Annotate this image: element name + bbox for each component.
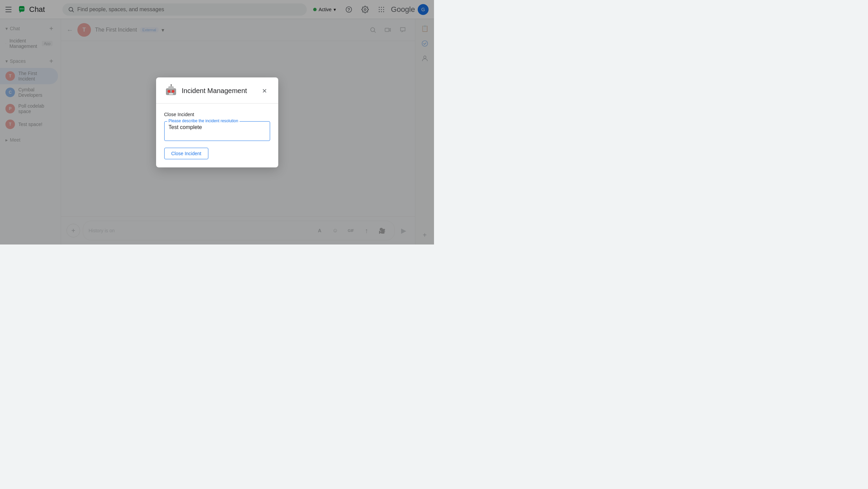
svg-point-31 bbox=[172, 90, 174, 93]
svg-rect-29 bbox=[168, 86, 174, 89]
svg-point-34 bbox=[170, 84, 172, 86]
close-incident-button[interactable]: Close Incident bbox=[164, 148, 209, 159]
modal-header: Incident Management ✕ bbox=[156, 77, 278, 104]
modal-overlay: Incident Management ✕ Close Incident Ple… bbox=[0, 0, 434, 244]
modal-title: Incident Management bbox=[182, 87, 255, 95]
resolution-input[interactable] bbox=[169, 124, 266, 137]
resolution-field-wrap: Please describe the incident resolution bbox=[164, 121, 270, 141]
resolution-field-label: Please describe the incident resolution bbox=[167, 119, 240, 123]
modal-robot-icon bbox=[164, 84, 178, 98]
svg-rect-32 bbox=[169, 93, 173, 94]
layout: ▾ Chat + Incident Management App ▾ Space… bbox=[0, 19, 434, 244]
modal-close-button[interactable]: ✕ bbox=[259, 86, 270, 96]
svg-point-30 bbox=[168, 90, 170, 93]
incident-management-modal: Incident Management ✕ Close Incident Ple… bbox=[156, 77, 278, 167]
modal-body: Close Incident Please describe the incid… bbox=[156, 104, 278, 167]
close-incident-label: Close Incident bbox=[164, 112, 270, 117]
